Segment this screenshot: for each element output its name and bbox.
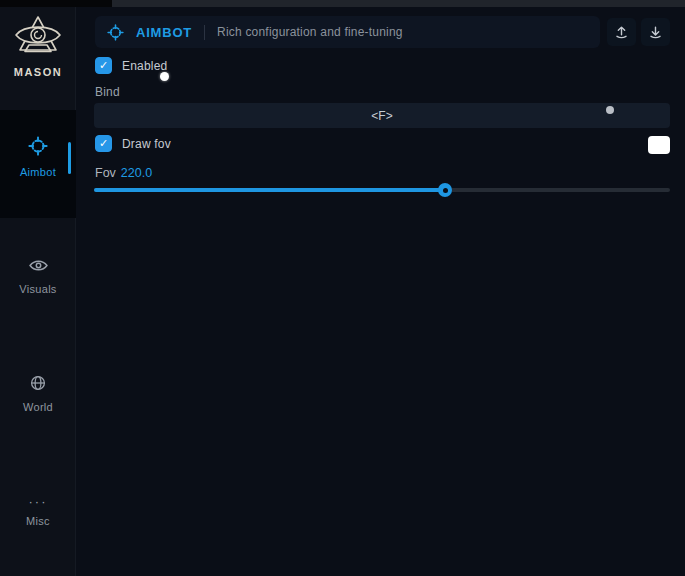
sidebar-item-label: Aimbot [20, 166, 56, 178]
bind-label: Bind [95, 85, 120, 99]
fov-slider-handle[interactable] [438, 183, 452, 197]
sidebar-item-visuals[interactable]: Visuals [0, 244, 76, 308]
fov-slider-fill [94, 188, 445, 192]
sidebar-item-misc[interactable]: ··· Misc [0, 480, 76, 544]
fov-label: Fov [95, 166, 116, 180]
crosshair-icon [107, 24, 124, 41]
sidebar-item-world[interactable]: World [0, 362, 76, 426]
page-subtitle: Rich configuration and fine-tuning [217, 25, 403, 39]
active-tab-indicator [68, 142, 71, 174]
mason-pyramid-eye-icon [0, 14, 76, 64]
fov-value: 220.0 [121, 166, 152, 180]
draw-fov-checkbox[interactable]: ✓ [95, 135, 112, 152]
draw-fov-label: Draw fov [122, 137, 171, 151]
enabled-checkbox[interactable]: ✓ [95, 57, 112, 74]
enabled-checkbox-row[interactable]: ✓ Enabled [95, 57, 167, 74]
page-title: AIMBOT [136, 25, 192, 40]
divider [204, 25, 205, 40]
sidebar-item-label: Misc [26, 515, 50, 527]
upload-icon [614, 24, 629, 40]
fov-color-swatch[interactable] [648, 136, 670, 154]
check-icon: ✓ [99, 137, 108, 150]
background-window-titlebar [112, 0, 685, 7]
sidebar-item-label: Visuals [19, 283, 56, 295]
import-config-button[interactable] [641, 18, 670, 46]
globe-icon [30, 375, 46, 395]
bind-value: <F> [371, 109, 392, 123]
ellipsis-icon: ··· [29, 497, 48, 509]
bind-indicator-dot [606, 106, 614, 114]
sidebar: MASON Aimbot Visuals World [0, 7, 76, 576]
download-icon [648, 24, 663, 40]
sidebar-item-label: World [23, 401, 53, 413]
crosshair-icon [28, 136, 48, 160]
draw-fov-checkbox-row[interactable]: ✓ Draw fov [95, 135, 171, 152]
fov-value-row: Fov220.0 [95, 166, 152, 180]
app-logo: MASON [0, 14, 76, 78]
background-window-dark [0, 0, 112, 7]
fov-slider[interactable] [94, 183, 670, 197]
check-icon: ✓ [99, 59, 108, 72]
enabled-label: Enabled [122, 59, 167, 73]
sidebar-item-aimbot[interactable]: Aimbot [0, 110, 76, 218]
eye-icon [29, 258, 48, 277]
logo-text: MASON [0, 66, 76, 78]
export-config-button[interactable] [607, 18, 636, 46]
page-header: AIMBOT Rich configuration and fine-tunin… [95, 16, 600, 48]
bind-keybind-input[interactable]: <F> [94, 103, 670, 128]
